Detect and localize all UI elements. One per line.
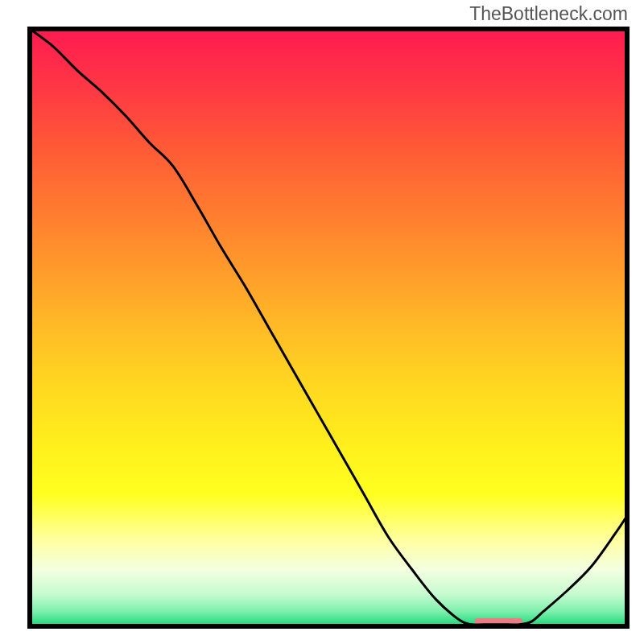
plot-area <box>30 29 627 627</box>
chart-svg <box>0 0 644 644</box>
chart-container: TheBottleneck.com <box>0 0 644 644</box>
gradient-background <box>30 29 627 626</box>
watermark-text: TheBottleneck.com <box>469 3 628 25</box>
